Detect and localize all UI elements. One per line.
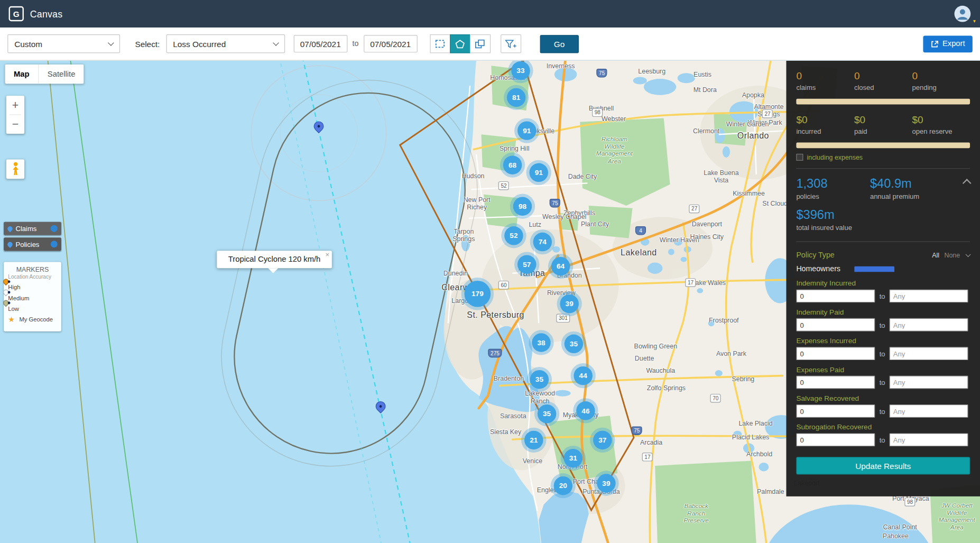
tooltip-close-icon[interactable]: ×: [326, 251, 330, 258]
select-label: Select:: [135, 39, 160, 49]
legend-item-label: Low: [8, 305, 19, 312]
date-to-input[interactable]: [364, 35, 418, 52]
cluster-marker[interactable]: 33: [511, 61, 530, 80]
policy-type-header: Policy Type All None: [796, 251, 970, 260]
draw-tools: [430, 34, 491, 53]
cluster-marker[interactable]: 39: [560, 294, 578, 313]
legend-item-label: High: [8, 284, 20, 291]
cluster-marker[interactable]: 35: [538, 404, 556, 423]
cluster-marker[interactable]: 38: [532, 333, 550, 352]
cluster-marker[interactable]: 44: [574, 366, 592, 385]
cluster-marker[interactable]: 64: [551, 257, 570, 275]
map-type-satellite-button[interactable]: Satellite: [38, 65, 84, 84]
avatar-caret-icon: ▾: [973, 18, 976, 24]
filter-add-button[interactable]: [501, 34, 521, 53]
update-results-button[interactable]: Update Results: [796, 457, 970, 474]
stat-block: $0 incurred: [796, 114, 854, 135]
cluster-marker[interactable]: 31: [564, 449, 583, 467]
filter-min-input[interactable]: [796, 318, 875, 332]
zoom-in-button[interactable]: +: [6, 96, 24, 114]
filter-label: Expenses Incurred: [796, 337, 970, 344]
filter-min-input[interactable]: [796, 347, 875, 360]
including-expenses-checkbox[interactable]: [796, 153, 803, 160]
filter-label: Indemnity Paid: [796, 308, 970, 316]
cluster-marker[interactable]: 35: [530, 370, 549, 389]
map-type-map-button[interactable]: Map: [5, 65, 38, 84]
policies-count: 1,308: [796, 176, 870, 190]
cluster-marker[interactable]: 57: [517, 255, 536, 273]
filter-max-input[interactable]: [890, 433, 968, 446]
tiv-summary: $396m total insured value: [796, 208, 970, 232]
cluster-marker[interactable]: 46: [576, 401, 595, 420]
stat-block: $0 paid: [854, 114, 912, 135]
cluster-marker[interactable]: 21: [524, 431, 543, 449]
cluster-marker[interactable]: 91: [529, 163, 548, 182]
filter-to-label: to: [880, 407, 885, 415]
cluster-marker[interactable]: 81: [507, 88, 525, 107]
legend-subtitle: Location Accuracy: [8, 274, 57, 280]
map-canvas[interactable]: Homosassa Inverness Leesburg Eustis Mt D…: [0, 61, 980, 543]
filter-min-input[interactable]: [796, 433, 875, 446]
filter-plus-icon: [505, 39, 516, 49]
cluster-marker[interactable]: 20: [554, 476, 572, 495]
legend-title: MARKERS: [8, 266, 57, 273]
cluster-marker[interactable]: 74: [533, 233, 552, 251]
zoom-out-button[interactable]: −: [6, 115, 24, 134]
filter-max-input[interactable]: [890, 318, 968, 332]
policy-type-item[interactable]: Homeowners: [796, 264, 970, 273]
metric-select[interactable]: Loss Occurred: [166, 34, 285, 53]
filter-label: Indemnity Incurred: [796, 280, 970, 287]
collapse-chevron-icon[interactable]: [963, 179, 972, 188]
cluster-marker[interactable]: 35: [565, 335, 583, 353]
cluster-marker[interactable]: 98: [513, 197, 532, 215]
cluster-marker[interactable]: 37: [593, 431, 612, 449]
policy-type-all-button[interactable]: All: [932, 251, 939, 259]
cluster-marker[interactable]: 39: [597, 474, 615, 492]
go-button[interactable]: Go: [540, 35, 578, 53]
street-view-pegman[interactable]: [6, 160, 24, 179]
date-from-input[interactable]: [293, 35, 347, 52]
stat-value: $0: [854, 114, 912, 125]
filter-label: Expenses Paid: [796, 366, 970, 373]
claims-progress-bar: [796, 99, 970, 105]
stats-panel: 0 claims 0 closed 0 pending: [786, 61, 980, 496]
cluster-marker[interactable]: 91: [517, 121, 536, 140]
pin-icon: [6, 241, 13, 247]
filter-max-input[interactable]: [890, 404, 968, 418]
policies-layer-badge: [51, 241, 58, 247]
policy-type-bar: [854, 266, 894, 272]
claims-layer-toggle[interactable]: Claims: [4, 222, 61, 235]
filter-min-input[interactable]: [796, 376, 875, 389]
stat-label: closed: [854, 84, 912, 91]
cyclone-track-line-2: [280, 61, 382, 543]
filter-max-input[interactable]: [890, 376, 968, 389]
preset-select[interactable]: Custom: [7, 34, 120, 53]
money-stats: $0 incurred $0 paid $0 open reserve: [796, 114, 970, 135]
duplicate-selection-button[interactable]: [470, 34, 491, 53]
user-avatar[interactable]: ▾: [954, 5, 971, 22]
cluster-marker[interactable]: 179: [465, 281, 491, 307]
policy-type-none-button[interactable]: None: [944, 251, 960, 259]
stat-label: pending: [912, 84, 970, 91]
filter-max-input[interactable]: [890, 289, 968, 302]
export-button[interactable]: Export: [923, 35, 973, 52]
person-icon: [954, 5, 971, 22]
rectangle-select-button[interactable]: [430, 34, 450, 53]
filter-min-input[interactable]: [796, 289, 875, 302]
stat-label: open reserve: [912, 127, 970, 135]
policies-layer-toggle[interactable]: Policies: [4, 237, 61, 251]
preset-value: Custom: [14, 39, 42, 49]
polygon-select-button[interactable]: [450, 34, 470, 53]
filter-min-input[interactable]: [796, 404, 875, 418]
date-to-label: to: [353, 39, 359, 48]
cluster-marker[interactable]: 52: [504, 226, 523, 245]
markers-legend: MARKERS Location Accuracy High Medium: [4, 262, 61, 331]
zoom-control: + −: [6, 96, 24, 134]
storm-tooltip: Tropical Cyclone 120 km/h ×: [217, 251, 332, 268]
chevron-down-icon[interactable]: [966, 252, 971, 257]
annual-premium-label: annual premium: [870, 192, 919, 200]
stat-value: 0: [854, 71, 912, 82]
rectangle-icon: [435, 39, 445, 48]
filter-max-input[interactable]: [890, 347, 968, 360]
cluster-marker[interactable]: 68: [503, 155, 522, 174]
